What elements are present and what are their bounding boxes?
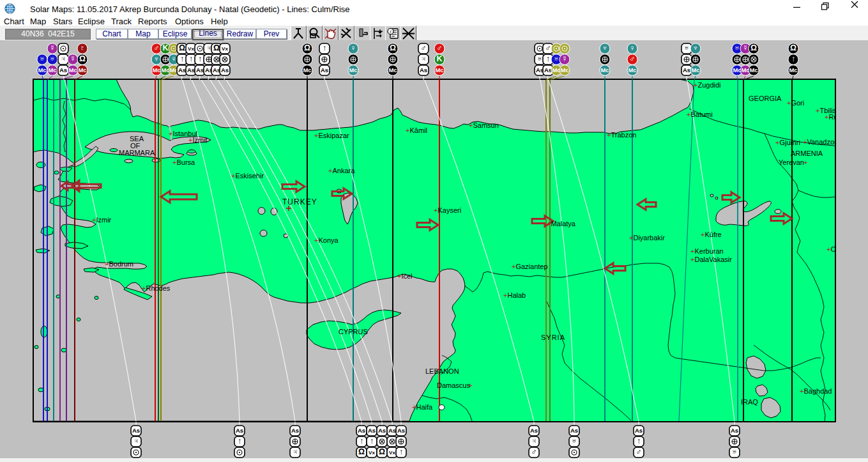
svg-text:+Batumi: +Batumi	[687, 111, 713, 118]
svg-text:TURKEY: TURKEY	[282, 197, 317, 206]
svg-text:Mc: Mc	[68, 66, 77, 73]
svg-text:+Icel: +Icel	[397, 272, 413, 280]
svg-text:↑: ↑	[637, 436, 641, 445]
svg-text:♀: ♀	[171, 54, 176, 63]
svg-text:K: K	[436, 54, 442, 63]
svg-text:Vx: Vx	[369, 450, 375, 456]
svg-text:♆: ♆	[692, 43, 698, 52]
svg-text:+Vanadzor: +Vanadzor	[803, 138, 837, 146]
svg-text:Mc: Mc	[560, 66, 568, 73]
svg-text:+Gaziantep: +Gaziantep	[512, 263, 548, 270]
svg-text:♃: ♃	[420, 54, 426, 63]
svg-text:♂: ♂	[531, 447, 537, 456]
svg-text:As: As	[178, 66, 186, 73]
svg-text:↑: ↑	[180, 54, 184, 63]
svg-text:+: +	[803, 158, 807, 166]
svg-text:As: As	[388, 427, 396, 434]
svg-text:♇: ♇	[79, 43, 85, 52]
svg-text:+Haifa: +Haifa	[412, 403, 433, 411]
svg-text:MARMARA: MARMARA	[119, 149, 155, 157]
svg-text:↑: ↑	[791, 54, 795, 63]
svg-text:♅: ♅	[39, 54, 45, 63]
svg-text:+Konya: +Konya	[314, 236, 339, 244]
svg-text:♃: ♃	[133, 436, 139, 445]
svg-text:GEORGIA: GEORGIA	[749, 95, 782, 102]
svg-text:As: As	[368, 427, 376, 434]
svg-text:↑: ↑	[360, 436, 363, 445]
svg-text:As: As	[221, 66, 229, 73]
svg-text:+Izmit: +Izmit	[188, 136, 208, 144]
svg-text:Mc: Mc	[152, 66, 160, 73]
svg-text:LEBANON: LEBANON	[425, 367, 459, 375]
svg-text:Mc: Mc	[789, 66, 797, 73]
svg-text:Vx: Vx	[389, 450, 395, 456]
svg-text:♃: ♃	[60, 54, 66, 63]
svg-text:Yerevan: Yerevan	[779, 158, 804, 166]
svg-text:Mc: Mc	[691, 66, 699, 73]
svg-text:♂: ♂	[420, 43, 426, 52]
svg-text:♀: ♀	[629, 43, 635, 52]
svg-text:☿: ☿	[70, 54, 75, 63]
svg-text:Mc: Mc	[388, 66, 397, 73]
svg-text:+Rhodes: +Rhodes	[142, 284, 171, 292]
svg-text:Ω: Ω	[379, 447, 385, 456]
svg-text:Ω: Ω	[79, 54, 86, 63]
svg-text:+Diyarbakir: +Diyarbakir	[629, 234, 665, 242]
svg-text:↑: ↑	[399, 447, 403, 456]
svg-text:↑: ↑	[189, 54, 193, 63]
svg-text:+Ankara: +Ankara	[328, 167, 355, 174]
svg-text:As: As	[358, 427, 365, 434]
svg-text:☿: ☿	[49, 43, 55, 52]
svg-text:As: As	[635, 427, 643, 434]
svg-text:Ω: Ω	[790, 43, 796, 52]
svg-text:Mc: Mc	[435, 66, 443, 73]
svg-text:As: As	[731, 427, 738, 434]
svg-text:As: As	[236, 427, 243, 434]
svg-text:Mc: Mc	[48, 66, 56, 73]
svg-text:As: As	[683, 66, 690, 73]
svg-text:As: As	[291, 427, 299, 434]
svg-text:Vx: Vx	[188, 46, 194, 52]
svg-text:As: As	[570, 427, 578, 434]
svg-text:Ω: Ω	[179, 43, 185, 52]
svg-text:♅: ♅	[731, 447, 737, 456]
svg-text:As: As	[378, 427, 386, 434]
svg-text:♅: ♅	[683, 43, 689, 52]
svg-text:Ω: Ω	[304, 43, 310, 52]
svg-text:Mc: Mc	[303, 66, 311, 73]
svg-text:♅: ♅	[49, 54, 55, 63]
svg-text:♅: ♅	[553, 54, 559, 63]
svg-text:↑: ↑	[546, 54, 550, 63]
svg-text:+Gori: +Gori	[787, 99, 804, 107]
svg-text:Ω: Ω	[750, 43, 757, 52]
svg-text:♅: ♅	[734, 43, 740, 52]
svg-text:Mc: Mc	[38, 66, 46, 73]
svg-text:♂: ♂	[545, 43, 551, 52]
svg-text:+Halab: +Halab	[503, 291, 526, 299]
svg-text:+Bodrum: +Bodrum	[105, 260, 133, 268]
svg-text:+Kâmil: +Kâmil	[406, 127, 427, 134]
svg-text:i: i	[390, 29, 392, 35]
svg-text:♃: ♃	[292, 447, 298, 456]
svg-text:+Eskipazar: +Eskipazar	[314, 132, 349, 139]
svg-text:♅: ♅	[537, 54, 542, 63]
svg-text:♆: ♆	[602, 43, 607, 52]
svg-text:K: K	[162, 43, 168, 52]
svg-text:+DalaVakasir: +DalaVakasir	[690, 256, 732, 263]
svg-text:Vx: Vx	[222, 46, 228, 52]
svg-text:As: As	[321, 66, 328, 73]
svg-text:↑: ↑	[238, 436, 241, 445]
svg-text:+Trabzon: +Trabzon	[607, 131, 636, 139]
svg-text:+Zugdidi: +Zugdidi	[694, 81, 721, 89]
svg-text:↑: ↑	[198, 54, 202, 63]
svg-text:CYPRUS: CYPRUS	[339, 328, 368, 335]
svg-text:+Eskisehir: +Eskisehir	[231, 172, 264, 180]
svg-text:+Küfre: +Küfre	[701, 231, 722, 238]
svg-text:+Bursa: +Bursa	[172, 158, 195, 166]
svg-text:As: As	[420, 66, 427, 73]
svg-text:Mc: Mc	[749, 66, 758, 73]
svg-text:♂: ♂	[636, 447, 641, 456]
svg-text:As: As	[530, 427, 538, 434]
svg-text:☿: ☿	[742, 43, 748, 52]
svg-text:♀: ♀	[350, 43, 356, 52]
